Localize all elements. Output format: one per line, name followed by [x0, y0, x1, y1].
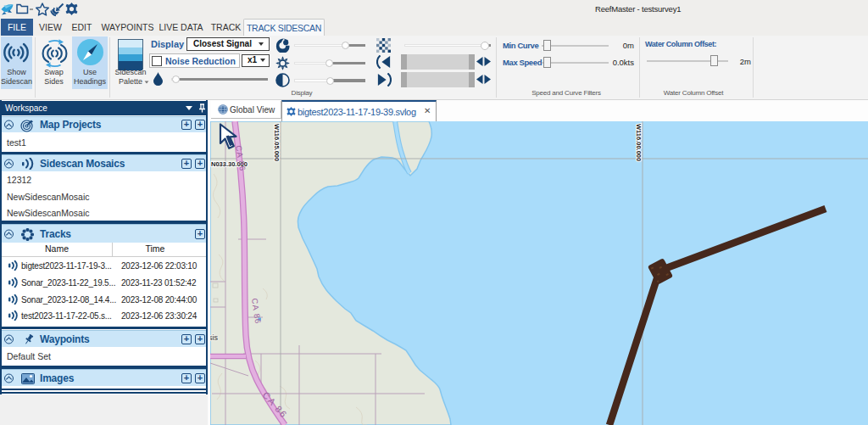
svg-text:W116.00.000: W116.00.000	[635, 124, 643, 161]
svg-text:sis: sis	[210, 333, 218, 342]
svg-text:W116.05.000: W116.05.000	[273, 124, 281, 161]
